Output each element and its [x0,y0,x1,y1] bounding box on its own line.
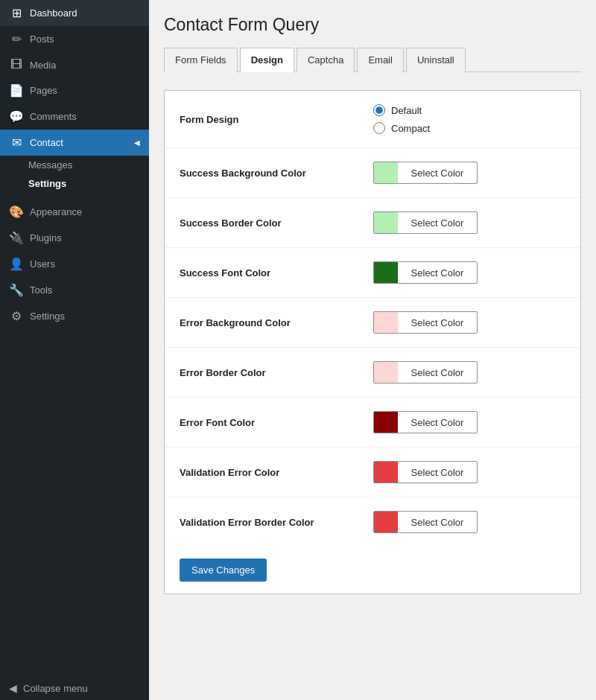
posts-icon: ✏ [9,32,24,46]
comments-icon: 💬 [9,109,24,124]
color-label-validation-error: Validation Error Color [180,467,373,478]
color-swatch-validation-error [374,462,398,483]
appearance-icon: 🎨 [9,205,24,219]
collapse-menu[interactable]: ◀ Collapse menu [0,676,149,700]
color-row-validation-error: Validation Error Color Select Color [165,448,580,497]
color-btn-success-border[interactable]: Select Color [373,211,478,234]
sidebar-item-plugins[interactable]: 🔌 Plugins [0,225,149,251]
sidebar-item-appearance[interactable]: 🎨 Appearance [0,199,149,225]
color-row-validation-error-border: Validation Error Border Color Select Col… [165,497,580,547]
pages-icon: 📄 [9,83,24,98]
contact-icon: ✉ [9,136,24,150]
sidebar-item-label: Posts [30,34,54,45]
radio-default-input[interactable] [373,104,385,116]
sidebar-item-pages[interactable]: 📄 Pages [0,77,149,104]
color-btn-validation-error[interactable]: Select Color [373,461,478,483]
settings-panel: Form Design Default Compact Success Back… [164,90,581,594]
color-btn-label-success-border: Select Color [398,217,477,229]
color-swatch-error-border [374,362,398,383]
color-btn-label-error-font: Select Color [398,417,477,428]
tab-email[interactable]: Email [357,48,404,72]
sidebar-sub-messages[interactable]: Messages [0,156,149,174]
color-btn-label-validation-error-border: Select Color [398,517,477,528]
color-label-error-border: Error Border Color [180,367,373,378]
color-btn-label-error-bg: Select Color [398,317,477,328]
color-row-error-bg: Error Background Color Select Color [165,298,580,348]
color-control-validation-error-border: Select Color [373,511,565,533]
color-control-success-bg: Select Color [373,162,565,184]
settings-icon: ⚙ [9,309,24,323]
color-rows: Success Background Color Select Color Su… [165,148,580,547]
color-row-error-border: Error Border Color Select Color [165,348,580,398]
sidebar-item-label: Tools [30,284,52,296]
sidebar-sub-settings[interactable]: Settings [0,174,149,193]
color-control-success-font: Select Color [373,261,565,284]
sidebar-item-label: Plugins [30,232,62,244]
main-content: Contact Form Query Form Fields Design Ca… [149,0,596,700]
media-icon: 🎞 [9,58,24,71]
sidebar-item-tools[interactable]: 🔧 Tools [0,277,149,303]
color-label-success-font: Success Font Color [180,267,373,279]
tab-form-fields[interactable]: Form Fields [164,48,238,72]
radio-compact[interactable]: Compact [373,122,565,134]
sidebar-item-contact[interactable]: ✉ Contact ◀ [0,130,149,156]
color-control-error-font: Select Color [373,411,565,433]
color-label-error-font: Error Font Color [180,417,373,428]
color-label-success-bg: Success Background Color [180,168,373,179]
page-title: Contact Form Query [164,15,581,35]
sidebar-item-label: Pages [30,85,57,96]
form-design-row: Form Design Default Compact [165,91,580,148]
save-button[interactable]: Save Changes [180,559,267,582]
color-label-success-border: Success Border Color [180,217,373,229]
sidebar-item-label: Users [30,258,55,270]
collapse-icon: ◀ [9,682,17,694]
color-swatch-validation-error-border [374,512,398,532]
color-btn-label-error-border: Select Color [398,367,477,378]
tab-bar: Form Fields Design Captcha Email Uninsta… [164,47,581,72]
sidebar-item-settings[interactable]: ⚙ Settings [0,303,149,329]
dashboard-icon: ⊞ [9,6,24,20]
plugins-icon: 🔌 [9,231,24,245]
users-icon: 👤 [9,257,24,271]
radio-compact-input[interactable] [373,122,385,134]
color-btn-error-border[interactable]: Select Color [373,361,478,384]
color-btn-success-font[interactable]: Select Color [373,261,478,284]
sidebar-item-dashboard[interactable]: ⊞ Dashboard [0,0,149,26]
sidebar-item-comments[interactable]: 💬 Comments [0,104,149,130]
color-control-validation-error: Select Color [373,461,565,483]
form-design-label: Form Design [180,114,373,125]
sidebar-item-label: Settings [30,311,65,322]
color-btn-error-bg[interactable]: Select Color [373,311,478,334]
sidebar-item-label: Dashboard [30,7,77,19]
tools-icon: 🔧 [9,283,24,297]
color-row-success-bg: Success Background Color Select Color [165,148,580,198]
color-btn-label-success-font: Select Color [398,267,477,279]
color-row-error-font: Error Font Color Select Color [165,398,580,448]
color-control-success-border: Select Color [373,211,565,234]
color-swatch-error-bg [374,312,398,333]
color-swatch-error-font [374,412,398,433]
color-control-error-border: Select Color [373,361,565,384]
sidebar-item-media[interactable]: 🎞 Media [0,52,149,77]
color-control-error-bg: Select Color [373,311,565,334]
sidebar: ⊞ Dashboard ✏ Posts 🎞 Media 📄 Pages 💬 Co… [0,0,149,700]
sidebar-item-label: Contact [30,137,63,148]
color-btn-success-bg[interactable]: Select Color [373,162,478,184]
sidebar-item-posts[interactable]: ✏ Posts [0,26,149,52]
sidebar-item-label: Media [30,60,56,71]
color-btn-error-font[interactable]: Select Color [373,411,478,433]
active-arrow: ◀ [134,139,140,147]
sidebar-item-label: Comments [30,111,77,122]
radio-default[interactable]: Default [373,104,565,116]
tab-design[interactable]: Design [240,48,294,72]
tab-captcha[interactable]: Captcha [297,48,355,72]
color-btn-label-validation-error: Select Color [398,467,477,478]
sidebar-item-label: Appearance [30,206,82,217]
design-radio-group: Default Compact [373,104,565,134]
color-row-success-border: Success Border Color Select Color [165,198,580,248]
tab-uninstall[interactable]: Uninstall [406,48,466,72]
color-btn-validation-error-border[interactable]: Select Color [373,511,478,533]
color-btn-label-success-bg: Select Color [398,168,477,179]
sidebar-item-users[interactable]: 👤 Users [0,251,149,277]
color-label-validation-error-border: Validation Error Border Color [180,517,373,528]
